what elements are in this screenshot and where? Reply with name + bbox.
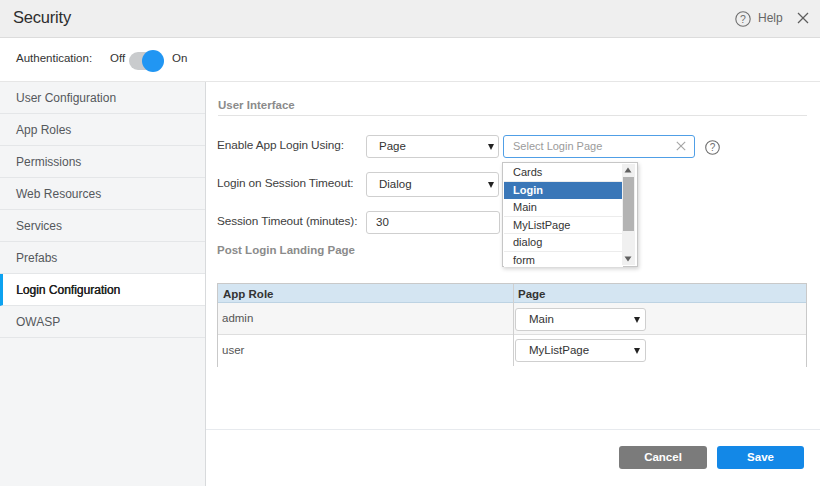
svg-text:?: ?: [740, 13, 746, 25]
svg-text:?: ?: [709, 142, 715, 153]
